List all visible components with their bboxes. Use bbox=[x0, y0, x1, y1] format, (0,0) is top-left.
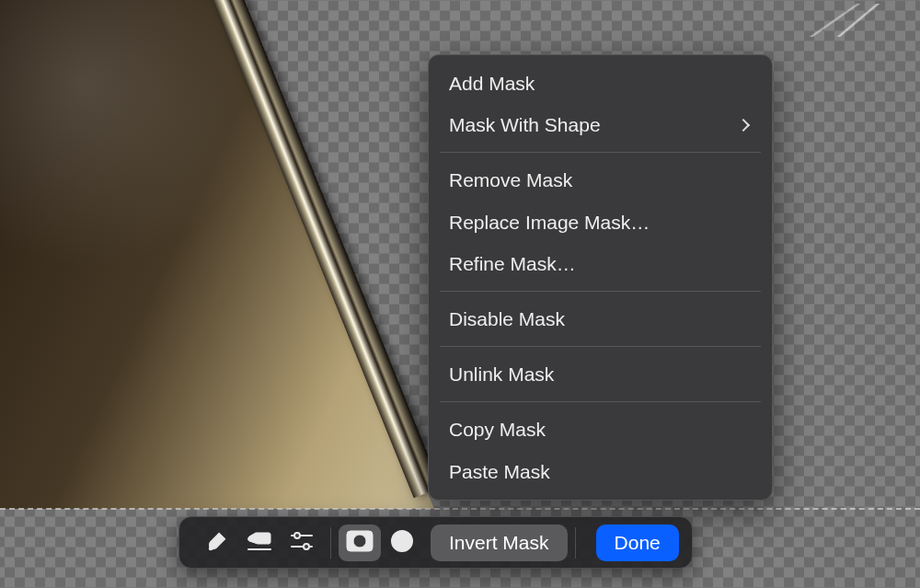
ellipsis-circle-icon bbox=[390, 529, 414, 557]
chevron-right-icon bbox=[737, 119, 750, 132]
selection-edge bbox=[0, 508, 920, 510]
eraser-tool-button[interactable] bbox=[238, 525, 281, 561]
svg-point-2 bbox=[294, 533, 300, 538]
menu-item-label: Remove Mask bbox=[449, 168, 572, 191]
menu-item-label: Disable Mask bbox=[449, 307, 565, 330]
invert-mask-label: Invert Mask bbox=[449, 532, 549, 554]
menu-item[interactable]: Remove Mask bbox=[429, 159, 772, 201]
mask-thumbnail-button[interactable] bbox=[339, 525, 381, 561]
done-button[interactable]: Done bbox=[596, 525, 679, 561]
sliders-icon bbox=[290, 530, 314, 556]
menu-item-label: Paste Mask bbox=[449, 460, 550, 483]
brush-icon bbox=[205, 529, 229, 557]
menu-item[interactable]: Add Mask bbox=[429, 63, 772, 104]
mask-toolbar: Invert Mask Done bbox=[178, 516, 693, 569]
menu-item-label: Add Mask bbox=[449, 72, 535, 95]
toolbar-divider bbox=[575, 527, 576, 559]
invert-mask-button[interactable]: Invert Mask bbox=[431, 525, 568, 561]
menu-separator bbox=[440, 291, 761, 292]
menu-item-label: Replace Image Mask… bbox=[449, 211, 650, 234]
menu-separator bbox=[440, 401, 761, 402]
svg-point-3 bbox=[304, 544, 309, 549]
menu-item[interactable]: Replace Image Mask… bbox=[429, 202, 772, 243]
menu-item[interactable]: Unlink Mask bbox=[429, 353, 772, 395]
menu-item-label: Copy Mask bbox=[449, 418, 546, 441]
menu-separator bbox=[440, 346, 761, 347]
menu-item-label: Unlink Mask bbox=[449, 363, 554, 386]
mask-context-menu: Add MaskMask With ShapeRemove MaskReplac… bbox=[428, 54, 773, 501]
settings-sliders-button[interactable] bbox=[281, 525, 323, 561]
svg-point-9 bbox=[405, 539, 408, 542]
menu-item-label: Refine Mask… bbox=[449, 252, 576, 275]
svg-point-8 bbox=[400, 539, 403, 542]
more-options-button[interactable] bbox=[381, 525, 423, 561]
done-label: Done bbox=[615, 532, 661, 554]
menu-item[interactable]: Disable Mask bbox=[429, 298, 772, 340]
menu-separator bbox=[440, 152, 761, 153]
menu-item[interactable]: Mask With Shape bbox=[429, 104, 772, 145]
mask-icon bbox=[346, 530, 374, 556]
brush-tool-button[interactable] bbox=[196, 525, 238, 561]
eraser-icon bbox=[247, 531, 272, 555]
toolbar-divider bbox=[330, 527, 331, 559]
menu-item-label: Mask With Shape bbox=[449, 113, 601, 136]
svg-point-7 bbox=[396, 539, 398, 542]
menu-item[interactable]: Paste Mask bbox=[429, 451, 772, 492]
svg-point-5 bbox=[353, 535, 366, 548]
menu-item[interactable]: Refine Mask… bbox=[429, 243, 772, 284]
menu-item[interactable]: Copy Mask bbox=[429, 409, 772, 450]
